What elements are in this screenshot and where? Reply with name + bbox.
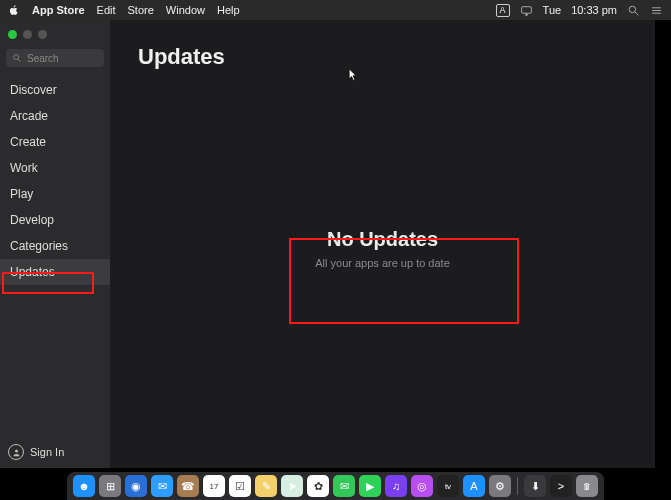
search-icon [12,49,22,67]
empty-state-title: No Updates [315,228,450,251]
status-time[interactable]: 10:33 pm [571,4,617,16]
dock-item-podcasts[interactable]: ◎ [411,475,433,497]
screen-mirroring-icon[interactable] [520,4,533,17]
control-center-icon[interactable] [650,4,663,17]
sidebar-items: Discover Arcade Create Work Play Develop… [0,77,110,285]
dock-item-photos[interactable]: ✿ [307,475,329,497]
sidebar-item-updates[interactable]: Updates [0,259,110,285]
input-source-indicator[interactable]: A [496,4,510,17]
menu-help[interactable]: Help [217,4,240,16]
dock-item-calendar[interactable]: 17 [203,475,225,497]
dock-item-launchpad[interactable]: ⊞ [99,475,121,497]
signin-label: Sign In [30,446,64,458]
zoom-traffic-light[interactable] [38,30,47,39]
dock-item-terminal[interactable]: > [550,475,572,497]
svg-rect-0 [521,6,531,13]
dock-item-safari[interactable]: ◉ [125,475,147,497]
spotlight-icon[interactable] [627,4,640,17]
sidebar-item-label: Work [10,161,38,175]
dock-item-mail[interactable]: ✉ [151,475,173,497]
apple-menu[interactable] [8,4,20,16]
sidebar-item-develop[interactable]: Develop [0,207,110,233]
sidebar: Search Discover Arcade Create Work Play … [0,20,110,468]
dock-item-music[interactable]: ♫ [385,475,407,497]
sidebar-item-label: Categories [10,239,68,253]
window-controls[interactable] [0,26,110,45]
user-icon [8,444,24,460]
menubar-app-name[interactable]: App Store [32,4,85,16]
close-traffic-light[interactable] [8,30,17,39]
dock-item-maps[interactable]: ➤ [281,475,303,497]
status-day[interactable]: Tue [543,4,562,16]
sidebar-item-arcade[interactable]: Arcade [0,103,110,129]
svg-point-2 [629,6,636,13]
sidebar-item-play[interactable]: Play [0,181,110,207]
sidebar-item-work[interactable]: Work [0,155,110,181]
sidebar-item-label: Create [10,135,46,149]
dock-item-reminders[interactable]: ☑ [229,475,251,497]
dock-separator [517,477,518,495]
sidebar-item-label: Play [10,187,33,201]
search-placeholder: Search [27,53,59,64]
dock-item-facetime[interactable]: ▶ [359,475,381,497]
search-input[interactable]: Search [6,49,104,67]
dock-item-downloads[interactable]: ⬇ [524,475,546,497]
dock-item-appstore[interactable]: A [463,475,485,497]
svg-point-9 [15,449,18,452]
dock-item-tv[interactable]: tv [437,475,459,497]
dock-item-messages[interactable]: ✉ [333,475,355,497]
dock-item-finder[interactable]: ☻ [73,475,95,497]
sidebar-item-label: Updates [10,265,55,279]
dock: ☻⊞◉✉☎17☑✎➤✿✉▶♫◎tvA⚙⬇>🗑 [0,468,671,500]
sidebar-item-discover[interactable]: Discover [0,77,110,103]
dock-item-notes[interactable]: ✎ [255,475,277,497]
empty-state-subtitle: All your apps are up to date [315,257,450,269]
svg-line-3 [635,12,638,15]
menu-store[interactable]: Store [128,4,154,16]
page-title: Updates [138,44,627,70]
menubar: App Store Edit Store Window Help A Tue 1… [0,0,671,20]
svg-line-8 [18,59,21,62]
appstore-window: Search Discover Arcade Create Work Play … [0,20,655,468]
signin-button[interactable]: Sign In [8,444,64,460]
sidebar-item-create[interactable]: Create [0,129,110,155]
content-area: Updates No Updates All your apps are up … [110,20,655,468]
menu-edit[interactable]: Edit [97,4,116,16]
empty-state: No Updates All your apps are up to date [315,228,450,269]
minimize-traffic-light[interactable] [23,30,32,39]
dock-item-trash[interactable]: 🗑 [576,475,598,497]
sidebar-item-categories[interactable]: Categories [0,233,110,259]
sidebar-item-label: Discover [10,83,57,97]
dock-item-settings[interactable]: ⚙ [489,475,511,497]
dock-item-contacts[interactable]: ☎ [177,475,199,497]
svg-point-7 [14,55,19,60]
sidebar-item-label: Develop [10,213,54,227]
menu-window[interactable]: Window [166,4,205,16]
sidebar-item-label: Arcade [10,109,48,123]
